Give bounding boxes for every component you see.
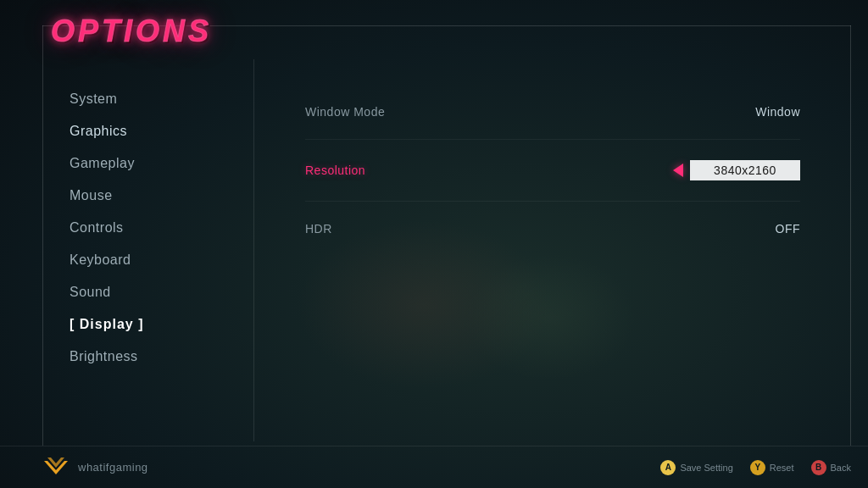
page-title: Options [51,14,212,49]
window-mode-label: Window Mode [305,105,755,119]
sidebar-item-system[interactable]: System [59,85,253,114]
setting-row-resolution: Resolution 3840x2160 [305,140,800,202]
resolution-arrow-left[interactable] [673,164,683,177]
sidebar-item-gameplay[interactable]: Gameplay [59,149,253,178]
bottom-bar: whatifgaming A Save Setting Y Reset B Ba… [0,446,868,488]
hint-save-label: Save Setting [680,463,732,473]
window-mode-value[interactable]: Window [755,105,800,119]
resolution-label: Resolution [305,164,673,177]
resolution-value-box[interactable]: 3840x2160 [690,160,800,180]
sidebar: System Graphics Gameplay Mouse Controls … [42,59,254,441]
controls-hints: A Save Setting Y Reset B Back [660,460,851,475]
btn-b-badge: B [811,460,826,475]
resolution-value[interactable]: 3840x2160 [673,160,800,180]
brand-name-text: whatifgaming [78,461,148,474]
hint-reset[interactable]: Y Reset [750,460,794,475]
btn-y-badge: Y [750,460,765,475]
hdr-value[interactable]: OFF [776,222,801,236]
brand: whatifgaming [42,456,148,480]
setting-row-window-mode: Window Mode Window [305,85,800,140]
hdr-label: HDR [305,222,776,236]
setting-row-hdr: HDR OFF [305,202,800,256]
sidebar-item-sound[interactable]: Sound [59,278,253,307]
sidebar-item-keyboard[interactable]: Keyboard [59,246,253,274]
content-area: Window Mode Window Resolution 3840x2160 … [254,59,851,441]
brand-logo-icon [42,456,70,480]
hint-back-label: Back [831,463,851,473]
sidebar-item-controls[interactable]: Controls [59,214,253,242]
main-layout: System Graphics Gameplay Mouse Controls … [42,59,851,441]
sidebar-item-graphics[interactable]: Graphics [59,117,253,146]
hint-save[interactable]: A Save Setting [660,460,732,475]
title-container: Options [51,14,212,49]
hint-back[interactable]: B Back [811,460,851,475]
hint-reset-label: Reset [770,463,794,473]
sidebar-item-display[interactable]: [ Display ] [59,310,253,339]
btn-a-badge: A [660,460,676,475]
sidebar-item-brightness[interactable]: Brightness [59,342,253,371]
sidebar-item-mouse[interactable]: Mouse [59,181,253,210]
